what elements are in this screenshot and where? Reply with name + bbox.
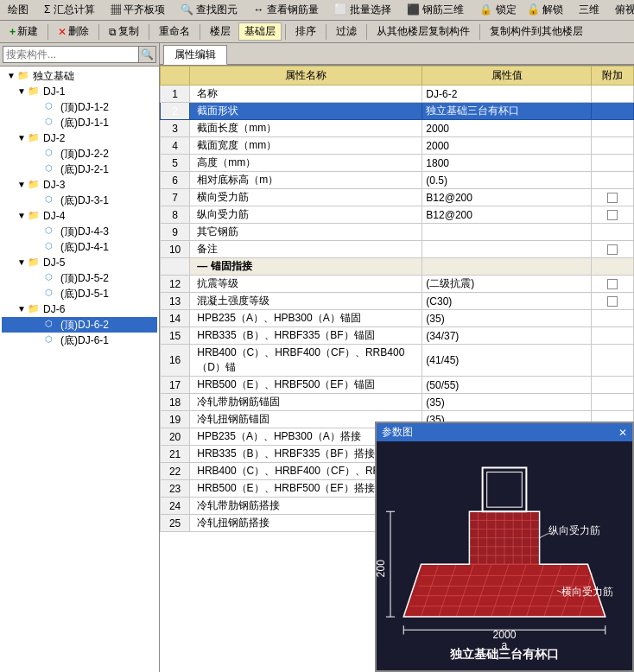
row-add-checkbox[interactable] [592,276,634,293]
row-num: 16 [161,345,190,377]
row-property-value[interactable]: (35) [422,310,592,327]
row-property-value[interactable]: B12@200 [422,189,592,206]
dj4-expand-icon[interactable]: ▼ [16,210,28,222]
row-property-value[interactable]: (0.5) [422,172,592,189]
search-button[interactable]: 🔍 [139,46,156,63]
tree-node-dj6[interactable]: ▼ 📁 DJ-6 [2,301,157,317]
tree-node-dj3-bot[interactable]: ⬡ (底)DJ-3-1 [2,193,157,208]
filter-button[interactable]: 过滤 [330,22,363,41]
row-property-value[interactable]: (50/55) [422,377,592,394]
table-row[interactable]: — 锚固指接 [161,258,634,276]
toolbar-top-view-btn[interactable]: 俯视 [611,1,634,19]
tree-node-dj2-top[interactable]: ⬡ (顶)DJ-2-2 [2,146,157,162]
new-button[interactable]: +新建 [3,22,44,41]
row-property-value[interactable]: 1800 [422,155,592,172]
toolbar-rebar-btn[interactable]: ↔ 查看钢筋量 [249,1,322,19]
toolbar-unlock-btn[interactable]: 🔓 解锁 [523,1,567,19]
row-add-checkbox[interactable] [592,293,634,310]
checkbox-input[interactable] [607,279,618,289]
table-row[interactable]: 3截面长度（mm）2000 [161,120,634,137]
row-add-checkbox[interactable] [592,189,634,206]
param-close-btn[interactable]: ✕ [618,427,627,439]
tree-node-dj4-top[interactable]: ⬡ (顶)DJ-4-3 [2,224,157,239]
table-row[interactable]: 6相对底标高（m）(0.5) [161,172,634,189]
tree-node-dj6-bot[interactable]: ⬡ (底)DJ-6-1 [2,333,157,348]
table-row[interactable]: 5高度（mm）1800 [161,155,634,172]
toolbar-3d-btn[interactable]: 三维 [574,1,604,19]
dj2-expand-icon[interactable]: ▼ [16,132,28,144]
toolbar-3drebar-btn[interactable]: ⬛ 钢筋三维 [403,1,468,19]
tree-root[interactable]: ▼ 📁 独立基础 [2,68,157,84]
table-row[interactable]: 4截面宽度（mm）2000 [161,137,634,155]
row-property-value[interactable]: (35) [422,394,592,411]
tree-node-dj3[interactable]: ▼ 📁 DJ-3 [2,177,157,193]
checkbox-input[interactable] [607,193,618,203]
tree-node-dj1-bot[interactable]: ⬡ (底)DJ-1-1 [2,115,157,130]
checkbox-input[interactable] [607,296,618,307]
search-input[interactable] [3,46,139,63]
row-property-value[interactable]: (34/37) [422,327,592,345]
floor-button[interactable]: 楼层 [204,22,237,41]
left-panel: 🔍 ▼ 📁 独立基础 ▼ 📁 DJ-1 ⬡ (顶)DJ-1-2 ⬡ [0,43,160,672]
toolbar-draw-btn[interactable]: 绘图 [3,1,33,19]
copy-to-floor-button[interactable]: 复制构件到其他楼层 [484,22,589,41]
table-row[interactable]: 9其它钢筋 [161,224,634,241]
tree-node-dj4[interactable]: ▼ 📁 DJ-4 [2,208,157,224]
table-row[interactable]: 2截面形状独立基础三台有杯口 [161,103,634,120]
row-num: 21 [161,446,190,463]
toolbar-calc-btn[interactable]: Σ 汇总计算 [40,1,99,19]
dj5-expand-icon[interactable]: ▼ [16,257,28,269]
tree-node-dj6-top[interactable]: ⬡ (顶)DJ-6-2 [2,317,157,333]
table-row[interactable]: 13混凝土强度等级(C30) [161,293,634,310]
row-property-value[interactable]: (二级抗震) [422,276,592,293]
table-row[interactable]: 15HRB335（B）、HRBF335（BF）锚固(34/37) [161,327,634,345]
row-add-checkbox[interactable] [592,241,634,258]
delete-button[interactable]: ✕删除 [52,22,95,41]
table-row[interactable]: 16HRB400（C）、HRBF400（CF）、RRB400（D）锚(41/45… [161,345,634,377]
tree-node-dj5-bot[interactable]: ⬡ (底)DJ-5-1 [2,286,157,301]
row-property-value[interactable]: 2000 [422,137,592,155]
tab-properties[interactable]: 属性编辑 [163,45,227,65]
tree-node-dj2[interactable]: ▼ 📁 DJ-2 [2,130,157,146]
dj1-top-expand [33,101,45,113]
table-row[interactable]: 14HPB235（A）、HPB300（A）锚固(35) [161,310,634,327]
row-property-name: HPB235（A）、HPB300（A）锚固 [190,310,422,327]
row-add-checkbox[interactable] [592,206,634,224]
tree-node-dj4-bot[interactable]: ⬡ (底)DJ-4-1 [2,239,157,255]
table-row[interactable]: 12抗震等级(二级抗震) [161,276,634,293]
table-row[interactable]: 10备注 [161,241,634,258]
tree-node-dj2-bot[interactable]: ⬡ (底)DJ-2-1 [2,162,157,177]
table-row[interactable]: 17HRB500（E）、HRBF500（EF）锚固(50/55) [161,377,634,394]
dj1-bot-label: (底)DJ-1-1 [60,116,109,130]
row-property-value[interactable]: B12@200 [422,206,592,224]
copy-button[interactable]: ⧉复制 [103,22,145,41]
toolbar-lock-btn[interactable]: 🔒 锁定 [475,1,520,19]
dj1-expand-icon[interactable]: ▼ [16,86,28,98]
table-row[interactable]: 18冷轧带肋钢筋锚固(35) [161,394,634,411]
base-floor-button[interactable]: 基础层 [238,22,282,41]
checkbox-input[interactable] [607,210,618,220]
toolbar-batch-btn[interactable]: ⬜ 批量选择 [330,1,396,19]
table-row[interactable]: 1名称DJ-6-2 [161,86,634,103]
row-property-value[interactable]: DJ-6-2 [422,86,592,103]
table-row[interactable]: 8纵向受力筋B12@200 [161,206,634,224]
row-property-value[interactable]: 独立基础三台有杯口 [422,103,592,120]
toolbar-find-btn[interactable]: 🔍 查找图元 [176,1,242,19]
tree-node-dj1-top[interactable]: ⬡ (顶)DJ-1-2 [2,99,157,115]
row-property-value[interactable]: (C30) [422,293,592,310]
root-expand-icon[interactable]: ▼ [5,70,17,82]
tree-node-dj5-top[interactable]: ⬡ (顶)DJ-5-2 [2,270,157,286]
tree-node-dj1[interactable]: ▼ 📁 DJ-1 [2,84,157,99]
checkbox-input[interactable] [607,244,618,255]
sort-button[interactable]: 排序 [289,22,322,41]
dj3-expand-icon[interactable]: ▼ [16,179,28,191]
toolbar-align-btn[interactable]: ▦ 平齐板项 [106,1,169,19]
dj6-expand-icon[interactable]: ▼ [16,303,28,315]
svg-rect-34 [487,472,523,508]
copy-from-floor-button[interactable]: 从其他楼层复制构件 [371,22,476,41]
tree-node-dj5[interactable]: ▼ 📁 DJ-5 [2,255,157,270]
row-property-value[interactable]: (41/45) [422,345,592,377]
row-property-value[interactable]: 2000 [422,120,592,137]
rename-button[interactable]: 重命名 [153,22,196,41]
table-row[interactable]: 7横向受力筋B12@200 [161,189,634,206]
